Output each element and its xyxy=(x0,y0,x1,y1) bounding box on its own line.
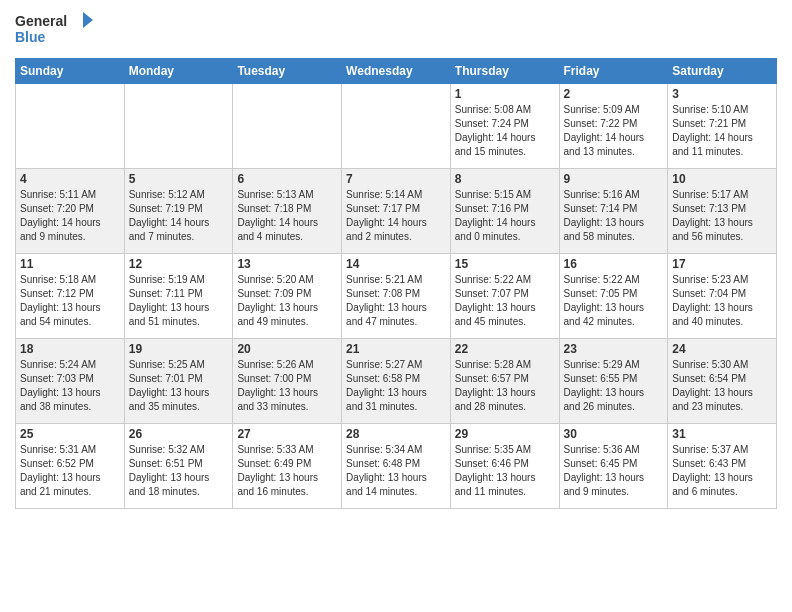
day-info: Sunrise: 5:27 AM Sunset: 6:58 PM Dayligh… xyxy=(346,358,446,414)
day-info: Sunrise: 5:10 AM Sunset: 7:21 PM Dayligh… xyxy=(672,103,772,159)
day-info: Sunrise: 5:36 AM Sunset: 6:45 PM Dayligh… xyxy=(564,443,664,499)
day-number: 28 xyxy=(346,427,446,441)
day-number: 22 xyxy=(455,342,555,356)
day-number: 18 xyxy=(20,342,120,356)
day-number: 2 xyxy=(564,87,664,101)
calendar-week-row: 1Sunrise: 5:08 AM Sunset: 7:24 PM Daylig… xyxy=(16,84,777,169)
calendar-empty-cell xyxy=(233,84,342,169)
day-info: Sunrise: 5:09 AM Sunset: 7:22 PM Dayligh… xyxy=(564,103,664,159)
day-info: Sunrise: 5:23 AM Sunset: 7:04 PM Dayligh… xyxy=(672,273,772,329)
day-number: 17 xyxy=(672,257,772,271)
calendar-day-18: 18Sunrise: 5:24 AM Sunset: 7:03 PM Dayli… xyxy=(16,339,125,424)
day-info: Sunrise: 5:34 AM Sunset: 6:48 PM Dayligh… xyxy=(346,443,446,499)
day-number: 9 xyxy=(564,172,664,186)
day-number: 19 xyxy=(129,342,229,356)
day-number: 30 xyxy=(564,427,664,441)
calendar-table: SundayMondayTuesdayWednesdayThursdayFrid… xyxy=(15,58,777,509)
day-number: 29 xyxy=(455,427,555,441)
weekday-header-friday: Friday xyxy=(559,59,668,84)
day-info: Sunrise: 5:15 AM Sunset: 7:16 PM Dayligh… xyxy=(455,188,555,244)
day-number: 23 xyxy=(564,342,664,356)
calendar-day-6: 6Sunrise: 5:13 AM Sunset: 7:18 PM Daylig… xyxy=(233,169,342,254)
day-number: 31 xyxy=(672,427,772,441)
day-info: Sunrise: 5:30 AM Sunset: 6:54 PM Dayligh… xyxy=(672,358,772,414)
calendar-week-row: 18Sunrise: 5:24 AM Sunset: 7:03 PM Dayli… xyxy=(16,339,777,424)
day-number: 8 xyxy=(455,172,555,186)
day-info: Sunrise: 5:20 AM Sunset: 7:09 PM Dayligh… xyxy=(237,273,337,329)
day-info: Sunrise: 5:25 AM Sunset: 7:01 PM Dayligh… xyxy=(129,358,229,414)
calendar-day-10: 10Sunrise: 5:17 AM Sunset: 7:13 PM Dayli… xyxy=(668,169,777,254)
calendar-week-row: 4Sunrise: 5:11 AM Sunset: 7:20 PM Daylig… xyxy=(16,169,777,254)
weekday-header-wednesday: Wednesday xyxy=(342,59,451,84)
day-number: 15 xyxy=(455,257,555,271)
calendar-empty-cell xyxy=(124,84,233,169)
day-info: Sunrise: 5:28 AM Sunset: 6:57 PM Dayligh… xyxy=(455,358,555,414)
day-number: 14 xyxy=(346,257,446,271)
day-info: Sunrise: 5:16 AM Sunset: 7:14 PM Dayligh… xyxy=(564,188,664,244)
calendar-day-2: 2Sunrise: 5:09 AM Sunset: 7:22 PM Daylig… xyxy=(559,84,668,169)
calendar-day-19: 19Sunrise: 5:25 AM Sunset: 7:01 PM Dayli… xyxy=(124,339,233,424)
day-info: Sunrise: 5:17 AM Sunset: 7:13 PM Dayligh… xyxy=(672,188,772,244)
day-info: Sunrise: 5:26 AM Sunset: 7:00 PM Dayligh… xyxy=(237,358,337,414)
calendar-day-14: 14Sunrise: 5:21 AM Sunset: 7:08 PM Dayli… xyxy=(342,254,451,339)
calendar-week-row: 25Sunrise: 5:31 AM Sunset: 6:52 PM Dayli… xyxy=(16,424,777,509)
day-info: Sunrise: 5:22 AM Sunset: 7:05 PM Dayligh… xyxy=(564,273,664,329)
weekday-header-thursday: Thursday xyxy=(450,59,559,84)
calendar-day-29: 29Sunrise: 5:35 AM Sunset: 6:46 PM Dayli… xyxy=(450,424,559,509)
page-header: GeneralBlue xyxy=(15,10,777,50)
day-number: 24 xyxy=(672,342,772,356)
day-info: Sunrise: 5:13 AM Sunset: 7:18 PM Dayligh… xyxy=(237,188,337,244)
calendar-day-25: 25Sunrise: 5:31 AM Sunset: 6:52 PM Dayli… xyxy=(16,424,125,509)
calendar-day-31: 31Sunrise: 5:37 AM Sunset: 6:43 PM Dayli… xyxy=(668,424,777,509)
day-number: 11 xyxy=(20,257,120,271)
day-info: Sunrise: 5:33 AM Sunset: 6:49 PM Dayligh… xyxy=(237,443,337,499)
day-number: 26 xyxy=(129,427,229,441)
calendar-day-5: 5Sunrise: 5:12 AM Sunset: 7:19 PM Daylig… xyxy=(124,169,233,254)
calendar-empty-cell xyxy=(16,84,125,169)
calendar-day-21: 21Sunrise: 5:27 AM Sunset: 6:58 PM Dayli… xyxy=(342,339,451,424)
calendar-day-8: 8Sunrise: 5:15 AM Sunset: 7:16 PM Daylig… xyxy=(450,169,559,254)
day-number: 20 xyxy=(237,342,337,356)
calendar-empty-cell xyxy=(342,84,451,169)
calendar-day-1: 1Sunrise: 5:08 AM Sunset: 7:24 PM Daylig… xyxy=(450,84,559,169)
calendar-day-23: 23Sunrise: 5:29 AM Sunset: 6:55 PM Dayli… xyxy=(559,339,668,424)
calendar-day-20: 20Sunrise: 5:26 AM Sunset: 7:00 PM Dayli… xyxy=(233,339,342,424)
day-number: 1 xyxy=(455,87,555,101)
calendar-day-9: 9Sunrise: 5:16 AM Sunset: 7:14 PM Daylig… xyxy=(559,169,668,254)
logo-svg: GeneralBlue xyxy=(15,10,95,50)
calendar-day-17: 17Sunrise: 5:23 AM Sunset: 7:04 PM Dayli… xyxy=(668,254,777,339)
day-info: Sunrise: 5:22 AM Sunset: 7:07 PM Dayligh… xyxy=(455,273,555,329)
calendar-day-22: 22Sunrise: 5:28 AM Sunset: 6:57 PM Dayli… xyxy=(450,339,559,424)
weekday-header-sunday: Sunday xyxy=(16,59,125,84)
calendar-day-11: 11Sunrise: 5:18 AM Sunset: 7:12 PM Dayli… xyxy=(16,254,125,339)
day-info: Sunrise: 5:18 AM Sunset: 7:12 PM Dayligh… xyxy=(20,273,120,329)
calendar-day-15: 15Sunrise: 5:22 AM Sunset: 7:07 PM Dayli… xyxy=(450,254,559,339)
day-number: 4 xyxy=(20,172,120,186)
day-number: 25 xyxy=(20,427,120,441)
svg-text:General: General xyxy=(15,13,67,29)
calendar-day-13: 13Sunrise: 5:20 AM Sunset: 7:09 PM Dayli… xyxy=(233,254,342,339)
day-info: Sunrise: 5:14 AM Sunset: 7:17 PM Dayligh… xyxy=(346,188,446,244)
day-info: Sunrise: 5:08 AM Sunset: 7:24 PM Dayligh… xyxy=(455,103,555,159)
day-number: 7 xyxy=(346,172,446,186)
day-info: Sunrise: 5:35 AM Sunset: 6:46 PM Dayligh… xyxy=(455,443,555,499)
svg-marker-2 xyxy=(83,12,93,28)
calendar-day-27: 27Sunrise: 5:33 AM Sunset: 6:49 PM Dayli… xyxy=(233,424,342,509)
day-number: 13 xyxy=(237,257,337,271)
day-number: 5 xyxy=(129,172,229,186)
calendar-day-28: 28Sunrise: 5:34 AM Sunset: 6:48 PM Dayli… xyxy=(342,424,451,509)
day-number: 21 xyxy=(346,342,446,356)
day-number: 10 xyxy=(672,172,772,186)
calendar-day-30: 30Sunrise: 5:36 AM Sunset: 6:45 PM Dayli… xyxy=(559,424,668,509)
day-number: 27 xyxy=(237,427,337,441)
day-info: Sunrise: 5:19 AM Sunset: 7:11 PM Dayligh… xyxy=(129,273,229,329)
calendar-day-26: 26Sunrise: 5:32 AM Sunset: 6:51 PM Dayli… xyxy=(124,424,233,509)
day-info: Sunrise: 5:29 AM Sunset: 6:55 PM Dayligh… xyxy=(564,358,664,414)
day-info: Sunrise: 5:12 AM Sunset: 7:19 PM Dayligh… xyxy=(129,188,229,244)
day-info: Sunrise: 5:11 AM Sunset: 7:20 PM Dayligh… xyxy=(20,188,120,244)
calendar-week-row: 11Sunrise: 5:18 AM Sunset: 7:12 PM Dayli… xyxy=(16,254,777,339)
weekday-header-row: SundayMondayTuesdayWednesdayThursdayFrid… xyxy=(16,59,777,84)
day-info: Sunrise: 5:37 AM Sunset: 6:43 PM Dayligh… xyxy=(672,443,772,499)
day-number: 12 xyxy=(129,257,229,271)
weekday-header-monday: Monday xyxy=(124,59,233,84)
